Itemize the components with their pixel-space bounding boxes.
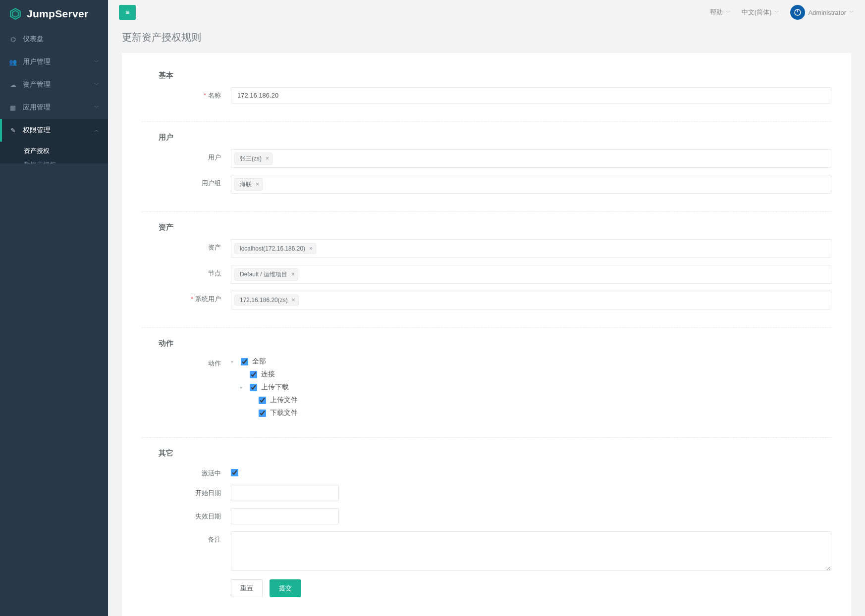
section-title-user: 用户 [142,133,831,142]
system-users-select[interactable]: 172.16.186.20(zs) × [231,291,831,309]
tag-user-group: 海联 × [234,178,263,191]
checkbox-action-updown[interactable] [250,384,257,391]
sidebar-item-label: 应用管理 [23,103,51,112]
chevron-down-icon: ﹀ [94,81,99,88]
checkbox-is-active[interactable] [231,469,238,476]
sidebar: JumpServer ⌬ 仪表盘 👥 用户管理 ﹀ ☁ 资产管理 ﹀ ▦ 应用管… [0,0,108,616]
grid-icon: ▦ [9,104,17,111]
chevron-down-icon: ﹀ [849,9,854,16]
checkbox-action-all[interactable] [241,358,248,365]
reset-button[interactable]: 重置 [231,579,263,597]
section-basic: 基本 *名称 [142,68,831,121]
sidebar-subnav-perms-peek: 数据库授权 [0,160,108,163]
language-label: 中文(简体) [742,8,772,17]
tag-user: 张三(zs) × [234,153,272,165]
section-asset: 资产 资产 localhost(172.16.186.20) × 节点 [142,211,831,327]
tag-remove-icon[interactable]: × [256,181,259,188]
tag-remove-icon[interactable]: × [292,297,295,304]
tree-node-upload: 上传文件 [231,394,831,407]
sidebar-item-label: 权限管理 [23,126,51,135]
sidebar-subitem-label: 数据库授权 [24,161,56,163]
tag-remove-icon[interactable]: × [291,271,295,278]
tag-label: 海联 [240,180,252,189]
chevron-down-icon: ﹀ [94,104,99,111]
label-date-expired: 失效日期 [142,508,221,521]
section-title-action: 动作 [142,339,831,348]
section-title-asset: 资产 [142,223,831,232]
tag-label: Default / 运维项目 [240,270,287,279]
brand: JumpServer [0,0,108,28]
cloud-icon: ☁ [9,81,17,89]
tag-system-user: 172.16.186.20(zs) × [234,295,299,306]
sidebar-item-users[interactable]: 👥 用户管理 ﹀ [0,51,108,73]
sidebar-subitem-db-perm[interactable]: 数据库授权 [0,160,108,163]
sidebar-subitem-label: 资产授权 [24,147,50,154]
user-menu[interactable]: Administrator ﹀ [790,5,854,20]
label-user-groups: 用户组 [142,175,221,188]
name-input[interactable] [231,87,831,103]
logo-icon [9,7,22,20]
tree-label: 全部 [252,357,266,366]
sidebar-item-perms[interactable]: ✎ 权限管理 ︿ [0,119,108,142]
section-title-basic: 基本 [142,71,831,80]
user-groups-select[interactable]: 海联 × [231,175,831,194]
sidebar-item-label: 仪表盘 [23,35,44,44]
section-action: 动作 动作 ▾ 全部 连接 [142,327,831,437]
users-select[interactable]: 张三(zs) × [231,149,831,168]
action-tree: ▾ 全部 连接 ▾ [231,355,831,419]
tree-label: 上传文件 [270,396,298,405]
tree-label: 上传下载 [261,383,289,392]
tree-label: 连接 [261,370,275,379]
hamburger-icon: ≡ [125,8,129,16]
label-actions: 动作 [142,355,221,368]
sidebar-item-assets[interactable]: ☁ 资产管理 ﹀ [0,73,108,96]
submit-button[interactable]: 提交 [270,579,301,597]
checkbox-action-connect[interactable] [250,371,257,378]
tag-node: Default / 运维项目 × [234,268,298,281]
form-card: 基本 *名称 用户 用户 [122,53,851,616]
dashboard-icon: ⌬ [9,36,17,43]
brand-name: JumpServer [27,8,88,20]
checkbox-action-upload[interactable] [259,397,266,404]
chevron-down-icon: ﹀ [726,9,731,16]
tree-node-all: ▾ 全部 [231,355,831,368]
power-icon [790,5,805,20]
language-menu[interactable]: 中文(简体) ﹀ [742,8,780,17]
help-menu[interactable]: 帮助 ﹀ [710,8,731,17]
page-title: 更新资产授权规则 [108,25,865,53]
assets-select[interactable]: localhost(172.16.186.20) × [231,239,831,258]
label-is-active: 激活中 [142,465,221,478]
sidebar-subitem-asset-perm[interactable]: 资产授权 [0,142,108,160]
tree-label: 下载文件 [270,409,298,417]
tag-remove-icon[interactable]: × [309,245,313,252]
main: ≡ 帮助 ﹀ 中文(简体) ﹀ Administrator ﹀ [108,0,865,616]
topbar: ≡ 帮助 ﹀ 中文(简体) ﹀ Administrator ﹀ [108,0,865,25]
label-system-users: *系统用户 [142,291,221,304]
label-comment: 备注 [142,531,221,544]
sidebar-item-applications[interactable]: ▦ 应用管理 ﹀ [0,96,108,119]
help-label: 帮助 [710,8,723,17]
checkbox-action-download[interactable] [259,410,266,417]
section-title-other: 其它 [142,449,831,458]
label-assets: 资产 [142,239,221,252]
sidebar-toggle-button[interactable]: ≡ [119,5,136,20]
label-date-start: 开始日期 [142,485,221,498]
label-users: 用户 [142,149,221,162]
tree-node-connect: 连接 [231,368,831,381]
tag-remove-icon[interactable]: × [266,155,269,162]
chevron-down-icon: ﹀ [774,9,779,16]
nodes-select[interactable]: Default / 运维项目 × [231,265,831,284]
tree-node-download: 下载文件 [231,407,831,419]
tree-toggle-icon[interactable]: ▾ [240,385,246,390]
date-start-input[interactable] [231,485,339,501]
comment-textarea[interactable] [231,531,831,571]
sidebar-item-dashboard[interactable]: ⌬ 仪表盘 [0,28,108,51]
tree-toggle-icon[interactable]: ▾ [231,359,237,364]
sidebar-item-label: 用户管理 [23,57,51,66]
label-nodes: 节点 [142,265,221,278]
edit-icon: ✎ [9,127,17,134]
chevron-up-icon: ︿ [94,127,99,134]
sidebar-item-label: 资产管理 [23,80,51,89]
tag-label: 172.16.186.20(zs) [240,297,288,304]
date-expired-input[interactable] [231,508,339,524]
